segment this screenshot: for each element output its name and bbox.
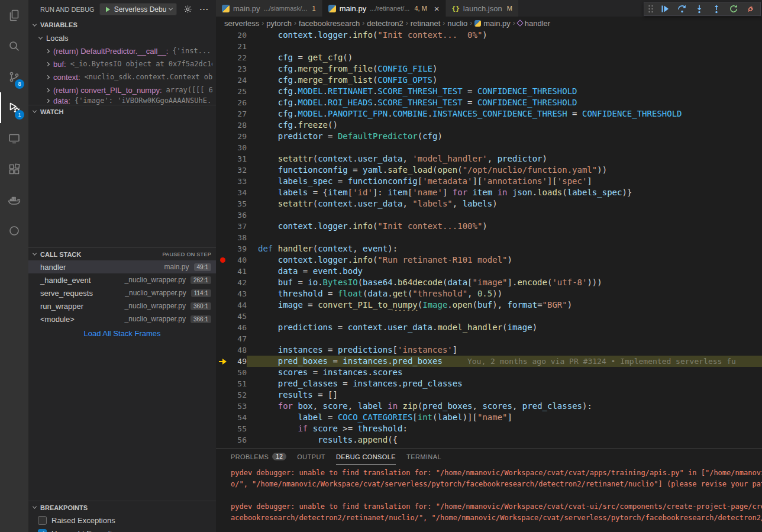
- call-stack-section-header[interactable]: CALL STACK PAUSED ON STEP: [28, 247, 216, 260]
- code-line[interactable]: 53 for box, score, label in zip(pred_box…: [216, 401, 762, 412]
- code-line[interactable]: 32 functionconfig = yaml.safe_load(open(…: [216, 165, 762, 176]
- step-over-button[interactable]: [676, 3, 688, 15]
- disconnect-button[interactable]: [745, 3, 757, 15]
- code-line[interactable]: 27 cfg.MODEL.PANOPTIC_FPN.COMBINE.INSTAN…: [216, 108, 762, 120]
- code-line[interactable]: 28 cfg.freeze(): [216, 120, 762, 131]
- breakpoint-glyph[interactable]: [216, 257, 229, 263]
- code-line[interactable]: 47: [216, 333, 762, 344]
- activity-item-source-control[interactable]: 8: [0, 62, 28, 92]
- code-line[interactable]: 25 cfg.MODEL.RETINANET.SCORE_THRESH_TEST…: [216, 86, 762, 97]
- gear-icon[interactable]: [182, 4, 193, 15]
- current-frame-glyph[interactable]: [216, 359, 229, 365]
- more-actions-icon[interactable]: ···: [198, 4, 210, 15]
- editor-tab[interactable]: main.py.../siammask/...1: [216, 0, 322, 17]
- code-line[interactable]: 37 context.logger.info("Init context...1…: [216, 221, 762, 232]
- code-line[interactable]: 20 context.logger.info("Init context... …: [216, 30, 762, 41]
- code-line[interactable]: 49 pred_boxes = instances.pred_boxesYou,…: [216, 356, 762, 367]
- gutter: 22: [216, 52, 247, 63]
- code-line[interactable]: 21: [216, 41, 762, 52]
- code-line[interactable]: 23 cfg.merge_from_file(CONFIG_FILE): [216, 63, 762, 75]
- code-line[interactable]: 48 instances = predictions['instances']: [216, 344, 762, 356]
- code-line[interactable]: 30: [216, 142, 762, 153]
- code-line[interactable]: 50 scores = instances.scores: [216, 367, 762, 378]
- variable-row[interactable]: (return) DefaultPredictor.__call__:{'ins…: [28, 44, 216, 57]
- code-line[interactable]: 38: [216, 232, 762, 243]
- variable-row[interactable]: context:<nuclio_sdk.context.Context obje…: [28, 70, 216, 83]
- code-line[interactable]: 22 cfg = get_cfg(): [216, 52, 762, 63]
- stack-frame-row[interactable]: run_wrapper_nuclio_wrapper.py360:1: [28, 299, 216, 312]
- code-line[interactable]: 44 image = convert_PIL_to_numpy(Image.op…: [216, 299, 762, 311]
- continue-button[interactable]: [659, 3, 671, 15]
- code-line[interactable]: 29 predictor = DefaultPredictor(cfg): [216, 131, 762, 142]
- console-line: pydev debugger: unable to find translati…: [231, 501, 762, 512]
- breakpoints-section-header[interactable]: BREAKPOINTS: [28, 501, 216, 514]
- console-message-group: pydev debugger: unable to find translati…: [231, 501, 762, 524]
- code-line[interactable]: 51 pred_classes = instances.pred_classes: [216, 378, 762, 389]
- watch-section-header[interactable]: WATCH: [28, 105, 216, 118]
- code-line[interactable]: 55 if score >= threshold:: [216, 423, 762, 434]
- activity-item-extensions[interactable]: [0, 154, 28, 185]
- breadcrumb-item[interactable]: main.py: [474, 19, 511, 28]
- activity-item-explorer[interactable]: [0, 0, 28, 31]
- stack-frame-row[interactable]: handlermain.py49:1: [28, 260, 216, 273]
- activity-item-remote-explorer[interactable]: [0, 123, 28, 154]
- panel-tab-problems[interactable]: PROBLEMS12: [231, 449, 286, 465]
- code-line[interactable]: 34 labels = {item['id']: item['name'] fo…: [216, 187, 762, 198]
- code-line[interactable]: 45: [216, 311, 762, 322]
- breadcrumb-item[interactable]: handler: [518, 19, 550, 28]
- code-line[interactable]: 54 label = COCO_CATEGORIES[int(label)]["…: [216, 412, 762, 423]
- breadcrumb-item[interactable]: pytorch: [266, 19, 292, 28]
- breadcrumb-item[interactable]: nuclio: [447, 19, 467, 28]
- code-line[interactable]: 56 results.append({: [216, 434, 762, 446]
- step-over-icon: [677, 4, 687, 14]
- editor-tab[interactable]: main.py.../retinanet/...4, M×: [322, 0, 446, 17]
- code-line[interactable]: 35 setattr(context.user_data, "labels", …: [216, 198, 762, 209]
- stack-frame-row[interactable]: serve_requests_nuclio_wrapper.py114:1: [28, 286, 216, 299]
- variable-row[interactable]: buf:<_io.BytesIO object at 0x7f5a2dc1ecc…: [28, 57, 216, 70]
- variables-section-header[interactable]: VARIABLES: [28, 18, 216, 31]
- code-line[interactable]: 52 results = []: [216, 389, 762, 401]
- scope-locals[interactable]: Locals: [28, 31, 216, 44]
- load-all-stack-frames-link[interactable]: Load All Stack Frames: [28, 325, 216, 341]
- activity-item-docker[interactable]: [0, 185, 28, 215]
- breakpoint-row[interactable]: Raised Exceptions: [28, 514, 216, 527]
- variable-row[interactable]: data:{'image': 'iVBORw0KGgoAAAANSUhE...: [28, 96, 216, 105]
- variable-row[interactable]: (return) convert_PIL_to_numpy:array([[[ …: [28, 83, 216, 96]
- close-icon[interactable]: ×: [434, 4, 440, 13]
- restart-button[interactable]: [728, 3, 740, 15]
- gutter: 43: [216, 288, 247, 299]
- code-line[interactable]: 42 buf = io.BytesIO(base64.b64decode(dat…: [216, 277, 762, 288]
- breadcrumb-item[interactable]: serverless: [224, 19, 259, 28]
- checkbox[interactable]: ✓: [38, 529, 47, 532]
- code-line[interactable]: 40 context.logger.info("Run retinanet-R1…: [216, 254, 762, 266]
- code-line[interactable]: 26 cfg.MODEL.ROI_HEADS.SCORE_THRESH_TEST…: [216, 97, 762, 108]
- code-line[interactable]: 33 labels_spec = functionconfig['metadat…: [216, 176, 762, 187]
- step-into-button[interactable]: [693, 3, 705, 15]
- editor-tab[interactable]: {}launch.jsonM: [446, 0, 519, 17]
- panel-tab-terminal[interactable]: TERMINAL: [406, 449, 441, 465]
- toolbar-grip[interactable]: [648, 4, 654, 14]
- code-line[interactable]: 41 data = event.body: [216, 266, 762, 277]
- activity-item-search[interactable]: [0, 31, 28, 62]
- activity-item-tool[interactable]: [0, 215, 28, 246]
- debug-config-dropdown[interactable]: Serverless Debu: [99, 3, 177, 15]
- stack-frame-row[interactable]: <module>_nuclio_wrapper.py366:1: [28, 312, 216, 325]
- code-line[interactable]: 31 setattr(context.user_data, 'model_han…: [216, 153, 762, 165]
- code-line[interactable]: 36: [216, 209, 762, 221]
- stack-frame-row[interactable]: _handle_event_nuclio_wrapper.py262:1: [28, 273, 216, 286]
- breadcrumb-item[interactable]: facebookresearch: [299, 19, 360, 28]
- checkbox[interactable]: [38, 516, 47, 525]
- step-out-button[interactable]: [711, 3, 722, 15]
- line-number: 52: [229, 389, 247, 401]
- activity-item-run-debug[interactable]: 1: [0, 92, 28, 123]
- panel-tab-debug-console[interactable]: DEBUG CONSOLE: [336, 449, 396, 465]
- breadcrumb-item[interactable]: detectron2: [367, 19, 403, 28]
- breakpoint-row[interactable]: ✓Uncaught Exceptions: [28, 527, 216, 532]
- line-number: 25: [229, 86, 247, 97]
- code-line[interactable]: 43 threshold = float(data.get("threshold…: [216, 288, 762, 299]
- panel-tab-output[interactable]: OUTPUT: [297, 449, 325, 465]
- code-line[interactable]: 24 cfg.merge_from_list(CONFIG_OPTS): [216, 75, 762, 86]
- breadcrumb-item[interactable]: retinanet: [411, 19, 441, 28]
- code-line[interactable]: 39def handler(context, event):: [216, 243, 762, 254]
- code-line[interactable]: 46 predictions = context.user_data.model…: [216, 322, 762, 333]
